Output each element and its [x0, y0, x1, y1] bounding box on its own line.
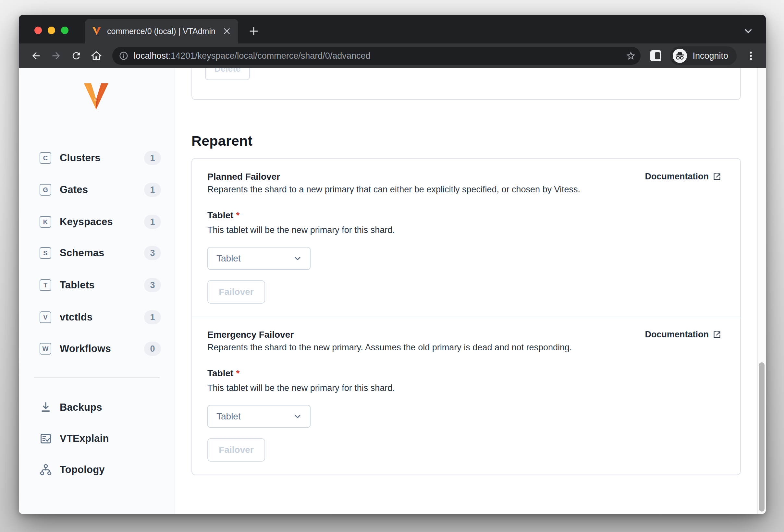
browser-window: commerce/0 (local) | VTAdmin localhost:1…	[19, 15, 766, 514]
documentation-label: Documentation	[645, 172, 709, 182]
vtctlds-count-badge: 1	[144, 310, 161, 324]
reparent-card: Planned Failover Documentation Reparents…	[192, 158, 741, 475]
side-panel-icon[interactable]	[650, 50, 661, 61]
delete-button[interactable]: Delete	[205, 68, 250, 80]
incognito-label: Incognito	[693, 51, 728, 61]
tablet-select[interactable]: Tablet	[207, 247, 311, 270]
sidebar-item-label: VTExplain	[60, 433, 109, 444]
sidebar-item-vtexplain[interactable]: VTExplain	[19, 430, 175, 447]
tab-strip: commerce/0 (local) | VTAdmin	[19, 15, 766, 43]
download-icon	[39, 401, 53, 414]
browser-toolbar: localhost:14201/keyspace/local/commerce/…	[19, 43, 766, 68]
schemas-count-badge: 3	[144, 246, 161, 260]
sidebar-item-keyspaces[interactable]: K Keyspaces 1	[19, 214, 175, 230]
external-link-icon	[712, 172, 721, 181]
reload-button[interactable]	[67, 47, 85, 64]
sidebar-item-tablets[interactable]: T Tablets 3	[19, 277, 175, 293]
sidebar-item-gates[interactable]: G Gates 1	[19, 182, 175, 198]
sidebar-item-label: Topology	[60, 464, 105, 476]
planned-failover-description: Reparents the shard to a new primary tha…	[207, 184, 721, 195]
vitess-favicon-icon	[92, 27, 101, 35]
planned-failover-title: Planned Failover	[207, 172, 280, 182]
emergency-failover-title: Emergency Failover	[207, 330, 294, 340]
tab-search-chevron-icon[interactable]	[741, 24, 755, 38]
tablet-field-label: Tablet*	[207, 210, 721, 220]
incognito-badge: Incognito	[670, 47, 737, 65]
url-path: :14201/keyspace/local/commerce/shard/0/a…	[168, 51, 371, 61]
forward-button[interactable]	[47, 47, 65, 64]
sidebar-item-schemas[interactable]: S Schemas 3	[19, 245, 175, 261]
sidebar-item-label: vtctlds	[60, 312, 92, 323]
sidebar-item-label: Backups	[60, 402, 102, 413]
sidebar-item-label: Gates	[60, 184, 88, 196]
tablet-select-value: Tablet	[217, 253, 241, 264]
emergency-failover-section: Emergency Failover Documentation Reparen…	[192, 317, 740, 475]
tablets-letter-icon: T	[39, 279, 51, 291]
zoom-window-button[interactable]	[61, 27, 68, 34]
window-controls	[34, 27, 68, 34]
vtctlds-letter-icon: V	[39, 312, 51, 323]
tab-title: commerce/0 (local) | VTAdmin	[107, 27, 222, 36]
url-host: localhost	[134, 51, 168, 61]
sidebar-item-backups[interactable]: Backups	[19, 399, 175, 416]
back-button[interactable]	[27, 47, 45, 64]
sidebar-item-label: Keyspaces	[60, 216, 113, 228]
chevron-down-icon	[293, 412, 302, 421]
planned-failover-section: Planned Failover Documentation Reparents…	[192, 159, 740, 317]
tablet-select[interactable]: Tablet	[207, 405, 311, 428]
topology-icon	[39, 463, 53, 476]
minimize-window-button[interactable]	[48, 27, 55, 34]
planned-failover-button[interactable]: Failover	[207, 280, 265, 304]
tab-close-icon[interactable]	[222, 26, 232, 36]
url-bar[interactable]: localhost:14201/keyspace/local/commerce/…	[112, 47, 641, 65]
scrollbar-thumb[interactable]	[759, 362, 764, 511]
sidebar-item-topology[interactable]: Topology	[19, 461, 175, 478]
emergency-failover-button[interactable]: Failover	[207, 438, 265, 462]
home-button[interactable]	[88, 47, 105, 64]
sidebar-item-clusters[interactable]: C Clusters 1	[19, 150, 175, 166]
sidebar-item-label: Workflows	[60, 343, 111, 355]
sidebar-item-label: Schemas	[60, 247, 105, 259]
vitess-logo[interactable]	[82, 83, 112, 110]
workflows-count-badge: 0	[144, 342, 161, 356]
site-info-icon[interactable]	[119, 51, 129, 61]
keyspaces-letter-icon: K	[39, 216, 51, 228]
sidebar-divider	[34, 377, 160, 378]
sidebar-item-label: Tablets	[60, 279, 95, 291]
side-panel-icon-inner	[655, 52, 660, 59]
incognito-spy-icon	[672, 48, 687, 63]
bookmark-star-icon[interactable]	[626, 51, 636, 61]
page-scrollbar[interactable]	[757, 68, 766, 514]
documentation-link[interactable]: Documentation	[645, 330, 721, 339]
required-asterisk: *	[236, 368, 240, 378]
delete-shard-card: Delete	[192, 68, 741, 100]
tablet-label-text: Tablet	[207, 210, 233, 220]
tablet-field-label: Tablet*	[207, 368, 721, 379]
checklist-icon	[39, 432, 53, 445]
close-window-button[interactable]	[34, 27, 42, 34]
tablet-select-value: Tablet	[217, 411, 241, 422]
tablet-field-description: This tablet will be the new primary for …	[207, 225, 721, 235]
page-title: Reparent	[192, 133, 252, 149]
keyspaces-count-badge: 1	[144, 215, 161, 229]
sidebar: C Clusters 1 G Gates 1 K Keyspaces 1 S S…	[19, 68, 175, 514]
gates-letter-icon: G	[39, 184, 51, 196]
emergency-failover-description: Reparents the shard to the new primary. …	[207, 343, 721, 353]
sidebar-item-label: Clusters	[60, 152, 101, 164]
required-asterisk: *	[236, 210, 240, 220]
new-tab-button[interactable]	[246, 23, 261, 39]
browser-menu-icon[interactable]	[744, 49, 758, 63]
sidebar-item-workflows[interactable]: W Workflows 0	[19, 341, 175, 356]
external-link-icon	[712, 330, 721, 339]
workflows-letter-icon: W	[39, 343, 51, 355]
gates-count-badge: 1	[144, 183, 161, 197]
browser-tab[interactable]: commerce/0 (local) | VTAdmin	[85, 19, 238, 43]
clusters-letter-icon: C	[39, 152, 51, 164]
tablet-label-text: Tablet	[207, 368, 233, 378]
documentation-label: Documentation	[645, 330, 709, 339]
tablet-field-description: This tablet will be the new primary for …	[207, 383, 721, 393]
url-text: localhost:14201/keyspace/local/commerce/…	[134, 51, 626, 61]
documentation-link[interactable]: Documentation	[645, 172, 721, 182]
main-content: Delete Reparent Planned Failover Documen…	[175, 68, 757, 514]
sidebar-item-vtctlds[interactable]: V vtctlds 1	[19, 309, 175, 325]
